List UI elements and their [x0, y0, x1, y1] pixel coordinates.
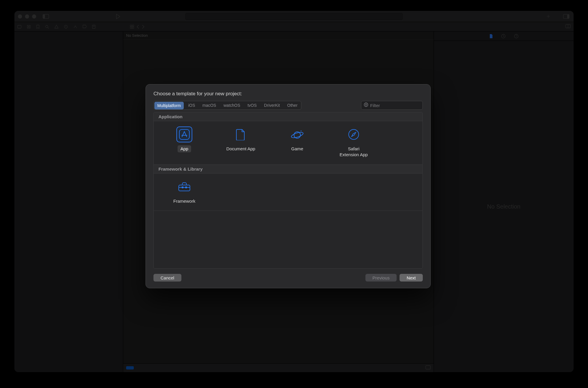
report-navigator-icon[interactable]	[92, 25, 96, 29]
inspector-tabs: ?	[434, 31, 574, 41]
navigator-panel	[14, 31, 123, 372]
sheet-footer: Cancel Previous Next	[153, 269, 423, 282]
zoom-window-icon[interactable]	[32, 14, 36, 19]
svg-rect-17	[132, 25, 134, 26]
svg-rect-4	[18, 25, 21, 28]
source-control-navigator-icon[interactable]	[27, 25, 31, 29]
inspector-placeholder: No Selection	[434, 41, 574, 372]
editor-nav-icons	[130, 25, 145, 29]
template-document-app[interactable]: Document App	[222, 126, 260, 159]
svg-rect-22	[426, 366, 430, 369]
forward-icon[interactable]	[142, 25, 145, 29]
editor-bottom-bar	[123, 363, 434, 372]
platform-segmented-control[interactable]: Multiplatform iOS macOS watchOS tvOS Dri…	[153, 101, 301, 110]
navigator-tabbar	[14, 22, 574, 31]
debug-navigator-icon[interactable]	[73, 25, 77, 29]
svg-rect-3	[567, 14, 569, 19]
platform-tab-ios[interactable]: iOS	[184, 101, 198, 109]
platform-tab-watchos[interactable]: watchOS	[220, 101, 244, 109]
template-label: Game	[288, 145, 306, 152]
svg-point-34	[349, 129, 359, 139]
platform-tab-tvos[interactable]: tvOS	[244, 101, 260, 109]
app-store-icon	[176, 126, 192, 142]
bookmark-navigator-icon[interactable]	[36, 25, 40, 29]
new-project-sheet: Choose a template for your new project: …	[146, 84, 431, 288]
back-icon[interactable]	[136, 25, 139, 29]
svg-rect-35	[179, 185, 190, 191]
library-toggle-icon[interactable]	[563, 14, 569, 19]
editor-layout-icon[interactable]	[565, 24, 571, 29]
svg-point-8	[46, 25, 48, 28]
planet-icon	[289, 126, 305, 142]
section-header-application: Application	[154, 112, 422, 121]
section-header-framework: Framework & Library	[154, 165, 422, 174]
compass-icon	[346, 126, 362, 142]
titlebar: +	[14, 11, 574, 22]
template-label: Safari Extension App	[335, 145, 372, 159]
close-window-icon[interactable]	[18, 14, 22, 19]
svg-rect-16	[130, 25, 132, 26]
window-controls[interactable]	[18, 14, 36, 19]
editor-options-icon[interactable]	[425, 365, 431, 371]
minimize-window-icon[interactable]	[25, 14, 29, 19]
filter-input[interactable]	[370, 103, 426, 108]
svg-text:?: ?	[515, 35, 517, 38]
add-target-icon[interactable]: +	[547, 14, 550, 19]
svg-rect-37	[182, 186, 183, 188]
svg-point-11	[66, 26, 66, 27]
document-icon	[233, 126, 249, 142]
svg-rect-38	[185, 186, 187, 188]
navigator-tab-icons	[17, 25, 96, 29]
test-navigator-icon[interactable]	[64, 25, 68, 29]
template-label: Document App	[223, 145, 258, 152]
toolbox-icon	[176, 179, 192, 195]
previous-button[interactable]: Previous	[365, 274, 397, 282]
svg-rect-18	[130, 27, 132, 29]
file-inspector-icon[interactable]	[489, 34, 493, 39]
svg-line-9	[48, 27, 49, 29]
history-inspector-icon[interactable]	[501, 34, 506, 39]
template-list: Application App Document	[153, 112, 423, 269]
template-safari-extension-app[interactable]: Safari Extension App	[335, 126, 372, 159]
activity-view	[185, 13, 403, 20]
framework-templates: Framework	[154, 174, 422, 211]
svg-rect-19	[132, 27, 134, 29]
sheet-title: Choose a template for your new project:	[153, 91, 423, 97]
project-navigator-icon[interactable]	[17, 25, 21, 29]
application-templates: App Document App	[154, 121, 422, 165]
svg-rect-30	[179, 129, 189, 139]
platform-tab-other[interactable]: Other	[283, 101, 301, 109]
editor-breadcrumb: No Selection	[123, 31, 434, 40]
platform-tab-multiplatform[interactable]: Multiplatform	[154, 102, 184, 109]
filter-field[interactable]	[361, 101, 423, 110]
filter-icon	[364, 102, 368, 108]
svg-point-32	[291, 131, 304, 139]
next-button[interactable]: Next	[400, 274, 423, 282]
platform-tab-macos[interactable]: macOS	[198, 101, 220, 109]
svg-point-33	[301, 131, 302, 131]
related-items-icon[interactable]	[130, 25, 134, 29]
inspector-panel: ? No Selection	[434, 31, 574, 372]
filter-scope-icon[interactable]	[126, 366, 134, 369]
sidebar-toggle-icon[interactable]	[43, 14, 49, 19]
breakpoint-navigator-icon[interactable]	[83, 25, 87, 29]
cancel-button[interactable]: Cancel	[153, 274, 181, 282]
template-game[interactable]: Game	[278, 126, 316, 159]
template-framework[interactable]: Framework	[166, 179, 203, 205]
find-navigator-icon[interactable]	[45, 25, 49, 29]
run-button-icon[interactable]	[116, 14, 121, 19]
template-label: Framework	[170, 198, 198, 205]
help-inspector-icon[interactable]: ?	[514, 34, 519, 39]
platform-tab-driverkit[interactable]: DriverKit	[260, 101, 283, 109]
template-app[interactable]: App	[166, 126, 203, 159]
template-label: App	[178, 145, 191, 152]
issue-navigator-icon[interactable]	[54, 25, 59, 29]
svg-rect-1	[43, 14, 45, 19]
